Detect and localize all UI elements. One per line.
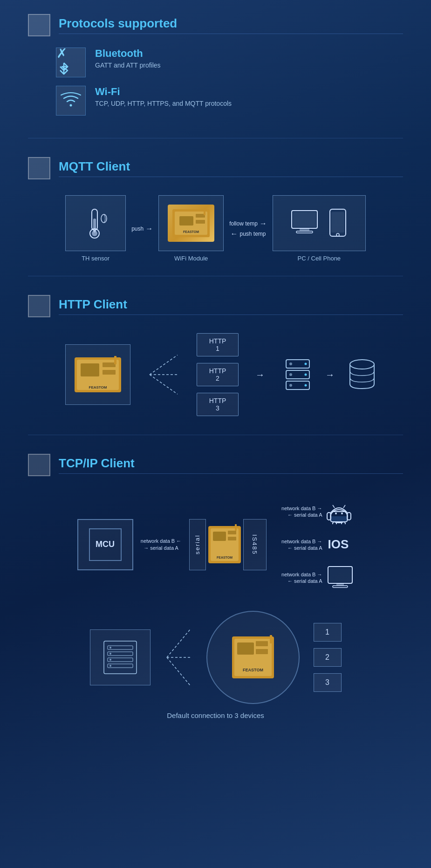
serial-box: serial xyxy=(189,519,206,570)
default-connection-section: FEASTOM 1 2 3 Default connection to 3 de… xyxy=(28,601,403,724)
pc-cell-box xyxy=(273,195,366,251)
dc-row: FEASTOM 1 2 3 xyxy=(90,611,342,704)
serial-label: serial xyxy=(194,534,201,554)
mqtt-section: MQTT Client TH sensor xyxy=(0,143,431,271)
mqtt-pc-col: PC / Cell Phone xyxy=(273,195,366,262)
mqtt-diagram: TH sensor push → FEAS xyxy=(28,191,403,262)
svg-rect-61 xyxy=(333,586,348,588)
phone-icon xyxy=(328,207,349,239)
tcpip-module-img: FEASTOM xyxy=(206,521,243,568)
dc-device-2: 2 xyxy=(314,648,342,667)
http-section: HTTP Client FEASTOM xyxy=(0,281,431,430)
svg-rect-42 xyxy=(213,532,226,541)
svg-line-29 xyxy=(150,375,178,394)
pc-label: PC / Cell Phone xyxy=(298,255,341,262)
sensor-box xyxy=(65,195,126,251)
mqtt-module-box: FEASTOM xyxy=(158,195,224,251)
server-group: → xyxy=(281,356,378,393)
is485-label: IS485 xyxy=(251,534,258,555)
is485-box: IS485 xyxy=(243,519,267,570)
svg-rect-65 xyxy=(108,652,133,656)
svg-point-36 xyxy=(305,363,307,365)
dc-device-nums: 1 2 3 xyxy=(314,623,342,692)
svg-text:FEASTOM: FEASTOM xyxy=(243,668,263,672)
wifi-desc: TCP, UDP, HTTP, HTTPS, and MQTT protocol… xyxy=(95,100,232,107)
svg-rect-48 xyxy=(330,516,347,522)
svg-text:FEASTOM: FEASTOM xyxy=(183,230,199,233)
dc-dashed-arrows xyxy=(164,611,192,704)
svg-point-31 xyxy=(289,362,292,365)
dc-server-col xyxy=(90,629,151,685)
http-to-server-arrow: → xyxy=(255,369,265,380)
svg-rect-58 xyxy=(342,522,345,524)
svg-line-52 xyxy=(333,505,335,508)
bluetooth-icon-box: ✗ xyxy=(56,48,86,77)
mcu-inner: MCU xyxy=(89,528,122,561)
svg-point-38 xyxy=(305,384,307,387)
bluetooth-name: Bluetooth xyxy=(95,48,161,60)
svg-line-72 xyxy=(167,629,190,657)
mcu-serial-arrows: network data B ← → serial data A xyxy=(138,538,185,551)
protocols-header: Protocols supported xyxy=(28,14,403,36)
svg-point-33 xyxy=(289,373,292,376)
server-to-db-arrow: → xyxy=(325,369,335,380)
tcpip-right-connections: network data B → ← serial data A xyxy=(267,492,354,597)
svg-text:FEASTOM: FEASTOM xyxy=(216,556,232,559)
svg-rect-67 xyxy=(108,664,133,668)
svg-point-35 xyxy=(289,384,292,387)
mqtt-title: MQTT Client xyxy=(59,159,403,177)
svg-rect-77 xyxy=(237,642,254,655)
http-diagram: FEASTOM HTTP 1 HTTP 2 HTTP 3 → xyxy=(28,328,403,421)
http-icon-box xyxy=(28,295,50,317)
svg-rect-23 xyxy=(103,362,116,367)
wifi-module-img: FEASTOM xyxy=(168,205,214,242)
net-data-b-label-1: network data B ← xyxy=(141,538,181,544)
svg-text:FEASTOM: FEASTOM xyxy=(89,385,107,390)
http-module-box: FEASTOM xyxy=(65,344,130,405)
tcpip-title: TCP/IP Client xyxy=(59,456,403,474)
tcpip-icon-box xyxy=(28,454,50,476)
svg-rect-66 xyxy=(108,658,133,662)
android-arrows-labels: network data B → ← serial data A xyxy=(267,506,322,518)
svg-rect-24 xyxy=(103,370,116,375)
svg-line-27 xyxy=(150,355,178,375)
ios-label: IOS xyxy=(328,537,349,552)
pc-monitor-icon xyxy=(289,207,322,239)
http3-btn: HTTP 3 xyxy=(197,393,239,416)
dc-server-box xyxy=(90,629,151,685)
svg-rect-62 xyxy=(329,568,351,582)
svg-rect-10 xyxy=(196,220,205,224)
bluetooth-item: ✗ Bluetooth GATT and ATT profiles xyxy=(56,48,403,77)
wifi-name: Wi-Fi xyxy=(95,86,232,98)
svg-rect-44 xyxy=(228,537,236,540)
protocols-title: Protocols supported xyxy=(59,16,403,34)
mqtt-sensor-col: TH sensor xyxy=(65,195,126,262)
push-temp-label: ← push temp xyxy=(230,230,266,238)
svg-rect-79 xyxy=(256,649,268,654)
bluetooth-icon: ✗ xyxy=(56,46,85,79)
divider-2 xyxy=(28,276,403,276)
svg-rect-15 xyxy=(296,231,313,233)
svg-point-51 xyxy=(341,513,343,514)
svg-point-0 xyxy=(70,104,72,107)
http-module-col: FEASTOM xyxy=(65,344,130,405)
dc-server-icon xyxy=(99,636,141,678)
http-header: HTTP Client xyxy=(28,295,403,317)
dc-device-1: 1 xyxy=(314,623,342,642)
mcu-col: MCU xyxy=(77,519,133,570)
mqtt-module-col: FEASTOM WiFi Module xyxy=(158,195,224,262)
svg-rect-57 xyxy=(333,522,336,524)
follow-temp-label: follow temp → xyxy=(229,219,267,228)
tcpip-section: TCP/IP Client MCU network data B ← → ser… xyxy=(0,440,431,733)
svg-rect-43 xyxy=(228,531,236,534)
svg-rect-81 xyxy=(270,635,272,643)
wifi-icon xyxy=(61,91,81,110)
svg-point-5 xyxy=(101,214,107,223)
bluetooth-text: Bluetooth GATT and ATT profiles xyxy=(95,48,161,69)
svg-point-37 xyxy=(305,374,307,376)
http2-btn: HTTP 2 xyxy=(197,363,239,386)
svg-point-69 xyxy=(109,653,111,655)
svg-line-53 xyxy=(343,505,345,508)
push-label: push → xyxy=(131,225,153,233)
dc-device-3: 3 xyxy=(314,673,342,692)
